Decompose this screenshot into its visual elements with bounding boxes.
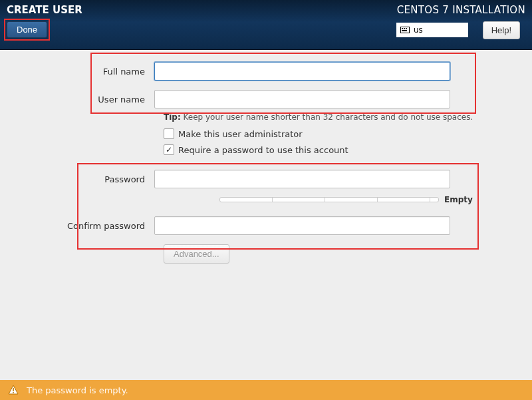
svg-rect-8 <box>13 392 14 393</box>
full-name-input[interactable] <box>154 62 450 81</box>
warning-text: The password is empty. <box>27 385 128 395</box>
require-password-label: Require a password to use this account <box>178 145 348 155</box>
strength-bar <box>219 197 439 202</box>
full-name-label: Full name <box>0 67 154 77</box>
done-button[interactable]: Done <box>7 21 47 38</box>
form-area: Full name User name Tip: Keep your user … <box>0 50 532 380</box>
help-button[interactable]: Help! <box>483 21 520 39</box>
keyboard-layout-label: us <box>414 25 423 35</box>
admin-checkbox-label: Make this user administrator <box>178 129 303 139</box>
warning-icon <box>8 385 19 395</box>
page-title: CREATE USER <box>7 4 82 16</box>
confirm-password-input[interactable] <box>154 216 450 235</box>
svg-rect-7 <box>13 388 14 391</box>
product-title: CENTOS 7 INSTALLATION <box>397 4 525 16</box>
require-password-checkbox[interactable] <box>164 144 174 155</box>
confirm-password-label: Confirm password <box>0 221 154 231</box>
password-input[interactable] <box>154 170 450 188</box>
advanced-button[interactable]: Advanced... <box>164 244 229 264</box>
username-tip: Tip: Keep your user name shorter than 32… <box>164 112 532 122</box>
user-name-label: User name <box>0 95 154 104</box>
tip-prefix: Tip: <box>164 112 181 122</box>
svg-rect-5 <box>402 30 407 31</box>
header-bar: CREATE USER CENTOS 7 INSTALLATION Done u… <box>0 0 532 50</box>
keyboard-layout-selector[interactable]: us <box>396 23 468 37</box>
password-strength-meter: Empty <box>219 195 532 204</box>
keyboard-icon <box>400 27 410 33</box>
svg-rect-2 <box>402 28 403 29</box>
warning-bar: The password is empty. <box>0 380 532 400</box>
strength-label: Empty <box>444 195 473 204</box>
svg-rect-3 <box>404 28 405 29</box>
done-highlight: Done <box>4 19 50 41</box>
password-label: Password <box>0 174 154 184</box>
admin-checkbox[interactable] <box>164 128 174 139</box>
tip-text: Keep your user name shorter than 32 char… <box>181 112 473 122</box>
user-name-input[interactable] <box>154 90 450 108</box>
svg-rect-4 <box>406 28 407 29</box>
